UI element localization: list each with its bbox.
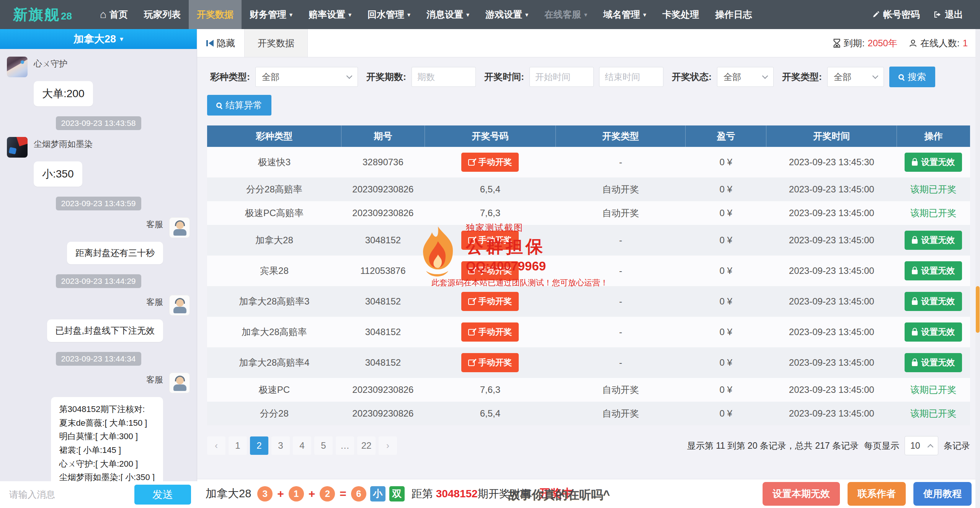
send-button[interactable]: 发送 <box>134 485 191 505</box>
main-area: 隐藏 开奖数据 到期: 2050年 在线人数: 1 彩种类型: <box>197 29 980 508</box>
search-icon <box>216 103 222 108</box>
page-button-4[interactable]: 4 <box>293 436 311 455</box>
table-row: 极速PC 202309230826 7,6,3 自动开奖 0 ¥ 2023-09… <box>207 378 970 402</box>
manual-draw-button[interactable]: 手动开奖 <box>461 322 519 342</box>
nav-item-finance[interactable]: 财务管理 <box>242 0 301 29</box>
manual-draw-label: 手动开奖 <box>478 156 512 168</box>
set-invalid-label: 设置无效 <box>921 156 955 168</box>
tab-bar: 隐藏 开奖数据 到期: 2050年 在线人数: 1 <box>197 29 980 57</box>
edit-icon <box>468 268 475 274</box>
nav-item-label: 玩家列表 <box>144 8 181 21</box>
per-page-value: 10 <box>910 441 920 451</box>
pencil-icon <box>872 11 880 18</box>
table-row: 加拿大28高赔率 3048152 手动开奖 - 0 ¥ 2023-09-23 1… <box>207 317 970 347</box>
nav-item-messages[interactable]: 消息设置 <box>418 0 477 29</box>
cell-period: 202309230826 <box>341 201 425 225</box>
nav-item-domains[interactable]: 域名管理 <box>595 0 654 29</box>
draw-status-select[interactable]: 全部 <box>717 67 774 87</box>
search-label: 搜索 <box>908 71 926 83</box>
page-button-5[interactable]: 5 <box>314 436 333 455</box>
nav-item-game-settings[interactable]: 游戏设置 <box>477 0 536 29</box>
nav-item-rebate[interactable]: 回水管理 <box>359 0 418 29</box>
nav-item-draw-data[interactable]: 开奖数据 <box>189 0 242 29</box>
cell-profit: 0 ¥ <box>686 225 766 256</box>
manual-draw-button[interactable]: 手动开奖 <box>461 292 519 311</box>
chat-bubble: 已封盘,封盘线下下注无效 <box>47 319 163 342</box>
chat-room-title: 加拿大28 <box>74 32 116 46</box>
avatar <box>169 373 190 393</box>
cell-draw-type: - <box>556 256 686 286</box>
draw-type-label: 开奖类型: <box>782 71 822 83</box>
scrollbar-thumb[interactable] <box>976 286 980 333</box>
online-label: 在线人数: <box>920 37 960 49</box>
account-password-button[interactable]: 帐号密码 <box>865 8 927 21</box>
prev-page-button[interactable]: ‹ <box>207 436 225 455</box>
nav-item-players[interactable]: 玩家列表 <box>136 0 189 29</box>
chat-timestamp: 2023-09-23 13:44:34 <box>56 352 141 366</box>
edit-icon <box>468 159 475 166</box>
nav-item-odds[interactable]: 赔率设置 <box>301 0 359 29</box>
chat-message-input[interactable] <box>9 489 134 500</box>
hide-sidebar-button[interactable]: 隐藏 <box>197 29 244 57</box>
end-time-input[interactable] <box>599 67 663 87</box>
chat-message: 客服 已封盘,封盘线下下注无效 <box>7 295 190 342</box>
tab-draw-data[interactable]: 开奖数据 <box>244 29 308 57</box>
set-invalid-button[interactable]: 设置无效 <box>905 353 962 372</box>
draw-type-select[interactable]: 全部 <box>827 67 884 87</box>
plus-sign: + <box>277 487 284 500</box>
page-ellipsis[interactable]: … <box>336 436 354 455</box>
chat-time-row: 2023-09-23 13:44:29 <box>7 274 190 288</box>
chat-input-bar: 发送 <box>0 481 197 508</box>
next-page-button[interactable]: › <box>379 436 397 455</box>
per-page-label: 每页显示 <box>864 440 899 452</box>
drawn-status-text: 该期已开奖 <box>910 208 956 218</box>
draw-period-input[interactable] <box>412 67 476 87</box>
page-button-1[interactable]: 1 <box>229 436 247 455</box>
set-invalid-button[interactable]: 设置无效 <box>905 322 962 342</box>
manual-draw-button[interactable]: 手动开奖 <box>461 353 519 372</box>
top-info: 到期: 2050年 在线人数: 1 <box>826 29 980 57</box>
chat-message: 尘烟梦雨如墨染 小:350 <box>7 137 190 187</box>
nav-item-logs[interactable]: 操作日志 <box>707 0 760 29</box>
set-invalid-button[interactable]: 设置无效 <box>905 261 962 280</box>
invalidate-period-button[interactable]: 设置本期无效 <box>763 482 840 506</box>
nav-item-home[interactable]: 首页 <box>92 0 136 29</box>
manual-draw-button[interactable]: 手动开奖 <box>461 153 519 172</box>
tutorial-button[interactable]: 使用教程 <box>913 482 972 506</box>
set-invalid-button[interactable]: 设置无效 <box>905 292 962 311</box>
cell-type: 加拿大28高赔率 <box>207 317 341 347</box>
contact-author-button[interactable]: 联系作者 <box>848 482 906 506</box>
edit-icon <box>468 237 475 244</box>
nav-menu: 首页 玩家列表 开奖数据 财务管理 赔率设置 回水管理 消息设置 游戏设置 在线… <box>92 0 760 29</box>
chat-time-row: 2023-09-23 13:43:59 <box>7 197 190 210</box>
expire-info: 到期: 2050年 <box>833 37 897 49</box>
chevron-up-icon <box>928 444 934 450</box>
cell-profit: 0 ¥ <box>686 147 766 177</box>
page-button-22[interactable]: 22 <box>357 436 376 455</box>
lock-icon <box>912 331 918 335</box>
manual-draw-button[interactable]: 手动开奖 <box>461 261 519 280</box>
per-page-select[interactable]: 10 <box>905 436 938 455</box>
set-invalid-label: 设置无效 <box>921 326 955 338</box>
table-row: 加拿大28 3048152 手动开奖 - 0 ¥ 2023-09-23 13:4… <box>207 225 970 256</box>
current-game-name: 加拿大28 <box>206 486 251 501</box>
lottery-type-select[interactable]: 全部 <box>255 67 358 87</box>
set-invalid-button[interactable]: 设置无效 <box>905 231 962 250</box>
chat-timestamp: 2023-09-23 13:43:59 <box>56 197 141 210</box>
chat-username: 客服 <box>146 373 163 386</box>
start-time-input[interactable] <box>529 67 594 87</box>
nav-item-stuck-prize[interactable]: 卡奖处理 <box>654 0 707 29</box>
set-invalid-button[interactable]: 设置无效 <box>905 153 962 172</box>
chat-timestamp: 2023-09-23 13:44:29 <box>56 274 141 288</box>
page-button-3[interactable]: 3 <box>271 436 290 455</box>
nav-item-online-service[interactable]: 在线客服 <box>536 0 595 29</box>
manual-draw-button[interactable]: 手动开奖 <box>461 231 519 250</box>
logout-button[interactable]: 退出 <box>927 8 970 21</box>
nav-item-label: 域名管理 <box>603 8 640 21</box>
settlement-exception-button[interactable]: 结算异常 <box>207 95 271 116</box>
search-button[interactable]: 搜索 <box>889 67 935 87</box>
pagination-info: 显示第 11 到第 20 条记录，总共 217 条记录 每页显示 10 条记录 <box>687 436 970 455</box>
chevron-down-icon <box>525 11 528 18</box>
page-button-2[interactable]: 2 <box>250 436 268 455</box>
chat-room-header[interactable]: 加拿大28 <box>0 29 197 49</box>
